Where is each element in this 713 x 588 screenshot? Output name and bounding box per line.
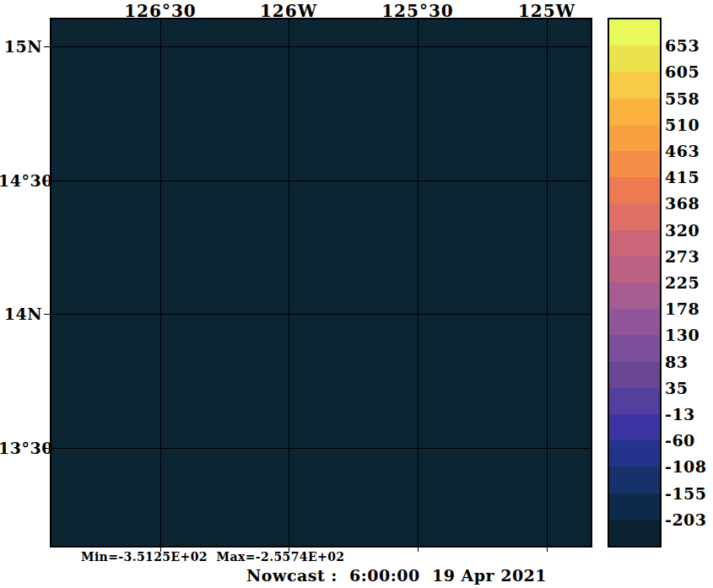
colorbar-tick-label: 35 (665, 379, 713, 397)
map-plot-area (50, 18, 592, 548)
x-axis-label: 126°30 (101, 1, 219, 21)
x-axis-label: 125W (488, 1, 606, 21)
colorbar-segment (609, 230, 660, 256)
map-gridline-vertical (418, 19, 419, 546)
y-axis-tick (44, 314, 50, 315)
colorbar-tick-label: 225 (665, 273, 713, 292)
colorbar-segment (609, 388, 660, 414)
map-gridline-vertical (289, 19, 289, 546)
colorbar-tick-label: 130 (665, 326, 713, 344)
colorbar-segment (609, 309, 660, 335)
colorbar-segment (609, 151, 660, 177)
x-axis-tick (547, 548, 548, 552)
colorbar-segment (609, 46, 660, 72)
colorbar-segment (609, 19, 660, 46)
colorbar-tick-label: -13 (665, 405, 713, 423)
y-axis-label: 14°30 (0, 171, 42, 190)
colorbar-segment (609, 283, 660, 309)
colorbar-segment (609, 72, 660, 98)
map-gridline-vertical (547, 19, 548, 546)
x-axis-tick (289, 548, 289, 552)
map-gridline-horizontal (51, 181, 591, 181)
colorbar-tick-label: -60 (665, 431, 713, 450)
y-axis-tick (44, 46, 50, 47)
x-axis-tick (160, 548, 161, 552)
colorbar (608, 18, 662, 548)
colorbar-segment (609, 467, 660, 493)
colorbar-tick-label: 178 (665, 299, 713, 318)
colorbar-segment (609, 99, 660, 125)
map-gridline-horizontal (51, 448, 591, 449)
map-gridline-vertical (160, 19, 161, 546)
minmax-stats-text: Min=-3.5125E+02 Max=-2.5574E+02 (81, 550, 344, 564)
y-axis-label: 13°30 (0, 439, 42, 457)
x-axis-label: 125°30 (359, 1, 477, 21)
colorbar-segment (609, 440, 660, 467)
colorbar-segment (609, 125, 660, 151)
colorbar-tick-label: 320 (665, 221, 713, 240)
colorbar-tick-label: 463 (665, 142, 713, 160)
colorbar-tick-label: 510 (665, 116, 713, 134)
colorbar-tick-label: 83 (665, 353, 713, 371)
colorbar-segment (609, 335, 660, 361)
plot-title: Nowcast : 6:00:00 19 Apr 2021 (246, 566, 547, 585)
colorbar-tick-label: -108 (665, 457, 713, 476)
map-gridline-horizontal (51, 314, 591, 315)
colorbar-tick-label: 415 (665, 168, 713, 186)
y-axis-label: 15N (0, 37, 42, 56)
x-axis-label: 126W (230, 1, 348, 21)
nowcast-figure: Min=-3.5125E+02 Max=-2.5574E+02 Nowcast … (0, 0, 713, 588)
x-axis-tick (418, 548, 419, 552)
colorbar-segment (609, 414, 660, 440)
colorbar-tick-label: -203 (665, 510, 713, 529)
colorbar-segment (609, 256, 660, 283)
colorbar-tick-label: 368 (665, 194, 713, 213)
colorbar-segment (609, 362, 660, 388)
colorbar-segment (609, 494, 660, 520)
colorbar-segment (609, 203, 660, 229)
colorbar-tick-label: 273 (665, 247, 713, 266)
colorbar-tick-label: 653 (665, 36, 713, 55)
colorbar-tick-label: 558 (665, 89, 713, 108)
colorbar-segment (609, 177, 660, 203)
map-gridline-horizontal (51, 46, 591, 47)
y-axis-label: 14N (0, 305, 42, 323)
colorbar-tick-label: 605 (665, 62, 713, 81)
colorbar-tick-label: -155 (665, 484, 713, 503)
colorbar-segment (609, 520, 660, 546)
